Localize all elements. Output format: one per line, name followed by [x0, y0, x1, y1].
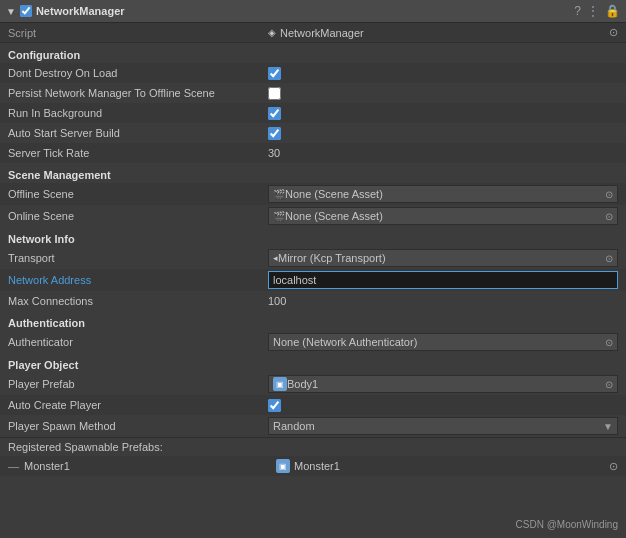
- label-run-background: Run In Background: [8, 107, 268, 119]
- row-authenticator: Authenticator None (Network Authenticato…: [0, 331, 626, 353]
- component-enable-checkbox[interactable]: [20, 5, 32, 17]
- value-auto-start: [268, 127, 618, 140]
- tick-rate-value: 30: [268, 147, 280, 159]
- value-run-background: [268, 107, 618, 120]
- collapse-arrow[interactable]: ▼: [6, 6, 16, 17]
- monster-name-label: Monster1: [24, 460, 272, 472]
- row-max-connections: Max Connections 100: [0, 291, 626, 311]
- transport-text: Mirror (Kcp Transport): [278, 252, 605, 264]
- header-icons: ? ⋮ 🔒: [574, 4, 620, 18]
- label-authenticator: Authenticator: [8, 336, 268, 348]
- script-file-icon: ◈: [268, 27, 276, 38]
- checkbox-auto-create-player[interactable]: [268, 399, 281, 412]
- checkbox-persist-network[interactable]: [268, 87, 281, 100]
- checkbox-run-background[interactable]: [268, 107, 281, 120]
- row-spawn-method: Player Spawn Method Random ▼: [0, 415, 626, 437]
- dropdown-online-scene[interactable]: 🎬 None (Scene Asset) ⊙: [268, 207, 618, 225]
- transport-arrow: ⊙: [605, 253, 613, 264]
- label-auto-create-player: Auto Create Player: [8, 399, 268, 411]
- script-name: NetworkManager: [280, 27, 364, 39]
- value-authenticator: None (Network Authenticator) ⊙: [268, 333, 618, 351]
- monster-end-icon: ⊙: [609, 460, 618, 473]
- player-prefab-text: Body1: [287, 378, 605, 390]
- authenticator-text: None (Network Authenticator): [273, 336, 605, 348]
- scene-file-icon: 🎬: [273, 189, 285, 200]
- dropdown-transport[interactable]: ◂ Mirror (Kcp Transport) ⊙: [268, 249, 618, 267]
- section-configuration: Configuration: [0, 43, 626, 63]
- value-network-address: [268, 271, 618, 289]
- script-row: Script ◈ NetworkManager ⊙: [0, 23, 626, 43]
- content-area: Configuration Dont Destroy On Load Persi…: [0, 43, 626, 476]
- script-value: ◈ NetworkManager ⊙: [268, 26, 618, 39]
- dropdown-authenticator[interactable]: None (Network Authenticator) ⊙: [268, 333, 618, 351]
- value-max-connections: 100: [268, 295, 618, 307]
- checkbox-auto-start[interactable]: [268, 127, 281, 140]
- label-offline-scene: Offline Scene: [8, 188, 268, 200]
- section-player-object: Player Object: [0, 353, 626, 373]
- row-player-prefab: Player Prefab ▣ Body1 ⊙: [0, 373, 626, 395]
- authenticator-arrow: ⊙: [605, 337, 613, 348]
- label-network-address: Network Address: [8, 274, 268, 286]
- input-network-address[interactable]: [268, 271, 618, 289]
- prefab-icon: ▣: [273, 377, 287, 391]
- watermark: CSDN @MoonWinding: [516, 519, 618, 530]
- monster-row: — Monster1 ▣ Monster1 ⊙: [0, 456, 626, 476]
- online-scene-arrow: ⊙: [605, 211, 613, 222]
- section-network-info: Network Info: [0, 227, 626, 247]
- label-tick-rate: Server Tick Rate: [8, 147, 268, 159]
- label-transport: Transport: [8, 252, 268, 264]
- value-transport: ◂ Mirror (Kcp Transport) ⊙: [268, 249, 618, 267]
- section-scene-management: Scene Management: [0, 163, 626, 183]
- lock-icon[interactable]: 🔒: [605, 4, 620, 18]
- row-dont-destroy: Dont Destroy On Load: [0, 63, 626, 83]
- help-icon[interactable]: ?: [574, 4, 581, 18]
- value-offline-scene: 🎬 None (Scene Asset) ⊙: [268, 185, 618, 203]
- label-auto-start: Auto Start Server Build: [8, 127, 268, 139]
- dropdown-spawn-method[interactable]: Random ▼: [268, 417, 618, 435]
- label-dont-destroy: Dont Destroy On Load: [8, 67, 268, 79]
- monster-value: ▣ Monster1 ⊙: [276, 459, 618, 473]
- value-dont-destroy: [268, 67, 618, 80]
- value-auto-create-player: [268, 399, 618, 412]
- component-header: ▼ NetworkManager ? ⋮ 🔒: [0, 0, 626, 23]
- settings-icon[interactable]: ⋮: [587, 4, 599, 18]
- dropdown-offline-scene[interactable]: 🎬 None (Scene Asset) ⊙: [268, 185, 618, 203]
- spawn-method-arrow: ▼: [603, 421, 613, 432]
- label-persist-network: Persist Network Manager To Offline Scene: [8, 87, 268, 99]
- monster-dash: —: [8, 460, 20, 472]
- row-tick-rate: Server Tick Rate 30: [0, 143, 626, 163]
- row-transport: Transport ◂ Mirror (Kcp Transport) ⊙: [0, 247, 626, 269]
- value-online-scene: 🎬 None (Scene Asset) ⊙: [268, 207, 618, 225]
- row-run-background: Run In Background: [0, 103, 626, 123]
- registered-label: Registered Spawnable Prefabs:: [8, 441, 163, 453]
- row-persist-network: Persist Network Manager To Offline Scene: [0, 83, 626, 103]
- spawn-method-text: Random: [273, 420, 603, 432]
- value-spawn-method: Random ▼: [268, 417, 618, 435]
- section-authentication: Authentication: [0, 311, 626, 331]
- online-scene-text: None (Scene Asset): [285, 210, 605, 222]
- value-tick-rate: 30: [268, 147, 618, 159]
- value-player-prefab: ▣ Body1 ⊙: [268, 375, 618, 393]
- row-auto-start: Auto Start Server Build: [0, 123, 626, 143]
- label-online-scene: Online Scene: [8, 210, 268, 222]
- player-prefab-arrow: ⊙: [605, 379, 613, 390]
- label-spawn-method: Player Spawn Method: [8, 420, 268, 432]
- row-offline-scene: Offline Scene 🎬 None (Scene Asset) ⊙: [0, 183, 626, 205]
- checkbox-dont-destroy[interactable]: [268, 67, 281, 80]
- registered-header: Registered Spawnable Prefabs:: [0, 437, 626, 456]
- row-online-scene: Online Scene 🎬 None (Scene Asset) ⊙: [0, 205, 626, 227]
- value-persist-network: [268, 87, 618, 100]
- dropdown-player-prefab[interactable]: ▣ Body1 ⊙: [268, 375, 618, 393]
- script-end-icon: ⊙: [609, 26, 618, 39]
- row-auto-create-player: Auto Create Player: [0, 395, 626, 415]
- row-network-address: Network Address: [0, 269, 626, 291]
- scene-file-icon2: 🎬: [273, 211, 285, 222]
- offline-scene-arrow: ⊙: [605, 189, 613, 200]
- monster-prefab-icon: ▣: [276, 459, 290, 473]
- label-max-connections: Max Connections: [8, 295, 268, 307]
- monster-prefab-text: Monster1: [294, 460, 340, 472]
- offline-scene-text: None (Scene Asset): [285, 188, 605, 200]
- max-connections-value: 100: [268, 295, 286, 307]
- component-title: NetworkManager: [36, 5, 570, 17]
- label-player-prefab: Player Prefab: [8, 378, 268, 390]
